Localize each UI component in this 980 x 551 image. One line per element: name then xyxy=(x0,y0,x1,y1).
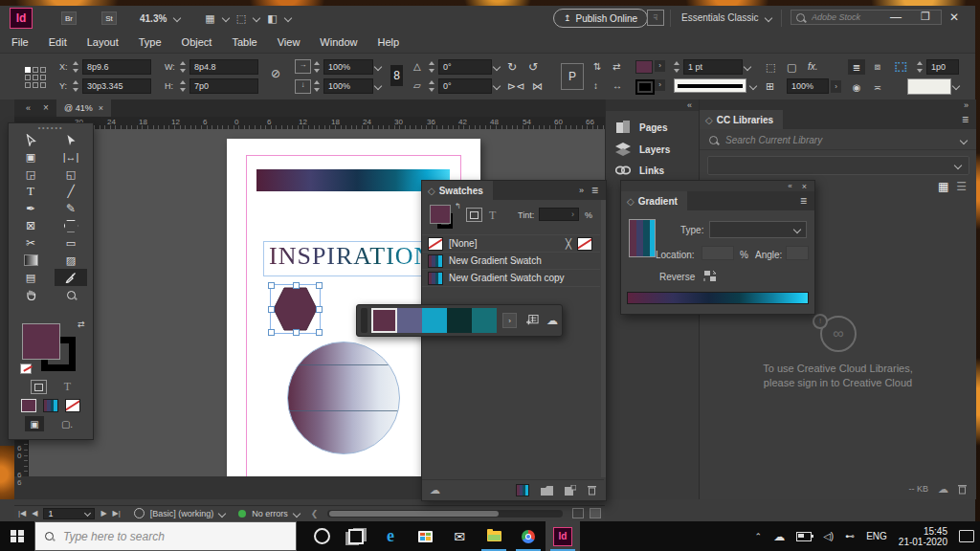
microsoft-store-icon[interactable] xyxy=(408,521,442,551)
action-center-icon[interactable] xyxy=(959,530,974,542)
theme-swatch[interactable] xyxy=(397,308,422,333)
onedrive-icon[interactable]: ☁ xyxy=(773,530,785,543)
tools-panel-grip[interactable]: •••••• xyxy=(9,123,93,131)
tab-cc-libraries[interactable]: ◇ CC Libraries xyxy=(700,110,783,129)
stroke-style-chevron-icon[interactable] xyxy=(749,82,757,90)
tab-gradient[interactable]: ◇ Gradient xyxy=(621,191,687,210)
stroke-style-dropdown[interactable] xyxy=(674,78,746,93)
usb-device-icon[interactable]: ⊷ xyxy=(845,531,855,541)
gradient-close-icon[interactable]: × xyxy=(802,182,807,191)
normal-view-button[interactable]: ▣ xyxy=(25,416,44,431)
sync-cloud-icon[interactable]: ☁ xyxy=(938,483,948,496)
preflight-chevron-icon[interactable] xyxy=(218,509,226,517)
w-field[interactable]: 8p4.8 xyxy=(189,59,258,75)
chrome-icon[interactable] xyxy=(511,521,546,551)
preflight-icon[interactable] xyxy=(134,508,145,518)
stroke-swatch-chevron-icon[interactable]: › xyxy=(655,79,665,91)
fill-proxy-swatch[interactable] xyxy=(430,205,451,224)
formatting-affects-container-button[interactable] xyxy=(31,380,47,394)
shear-stepper[interactable] xyxy=(429,80,436,92)
tools-close-icon[interactable]: × xyxy=(43,102,49,113)
hexagon-selection-box[interactable] xyxy=(270,284,321,334)
arrange-documents-icon[interactable]: ◧ xyxy=(267,12,277,25)
opacity-chevron-icon[interactable]: › xyxy=(831,80,841,93)
horizontal-ruler[interactable]: 30 24 18 12 6 0 6 12 18 24 30 36 42 48 5… xyxy=(14,117,605,130)
corner-options-icon[interactable]: ⬚ xyxy=(766,61,775,74)
reference-point-proxy-icon[interactable] xyxy=(25,67,46,88)
angle-field[interactable] xyxy=(786,246,809,260)
tray-expand-icon[interactable]: ⌃ xyxy=(755,532,763,541)
menu-window[interactable]: Window xyxy=(320,36,357,48)
note-tool[interactable]: ▤ xyxy=(14,269,47,286)
hexagon-object[interactable] xyxy=(272,286,319,332)
opacity-field[interactable]: 100% xyxy=(787,78,829,94)
content-placer-tool[interactable]: ◱ xyxy=(55,165,87,183)
swatch-views-icon[interactable] xyxy=(516,484,529,496)
theme-variations-chevron-icon[interactable]: › xyxy=(502,313,517,328)
edge-icon[interactable]: e xyxy=(373,521,408,551)
gradient-ramp[interactable] xyxy=(627,292,809,304)
formatting-affects-text-button[interactable]: T xyxy=(64,380,71,394)
formatting-affects-text-button[interactable]: T xyxy=(489,209,496,223)
title-text-frame[interactable]: INSPIRATION xyxy=(263,241,435,276)
adobe-stock-search-input[interactable] xyxy=(810,11,919,23)
w-stepper[interactable] xyxy=(180,61,188,73)
gradient-thumbnail[interactable] xyxy=(629,219,656,257)
direct-selection-tool[interactable] xyxy=(55,131,87,148)
dock-collapse-icon[interactable]: « xyxy=(687,100,692,110)
menu-file[interactable]: File xyxy=(11,36,29,48)
tools-collapse-icon[interactable]: « xyxy=(26,103,31,113)
effects-fx-icon[interactable]: fx. xyxy=(808,61,818,72)
cortana-icon[interactable] xyxy=(304,521,339,551)
task-view-icon[interactable] xyxy=(339,521,373,551)
clock[interactable]: 15:45 21-01-2020 xyxy=(899,526,947,547)
preflight-status-label[interactable]: No errors xyxy=(252,509,288,518)
arrange-documents-chevron-icon[interactable] xyxy=(283,14,291,22)
menu-type[interactable]: Type xyxy=(139,36,162,48)
maximize-button[interactable]: ❒ xyxy=(921,11,930,23)
constrain-dimensions-icon[interactable]: ⊘ xyxy=(271,67,280,80)
polygon-tool[interactable] xyxy=(55,217,87,234)
first-page-button[interactable]: |◀ xyxy=(18,509,26,518)
menu-help[interactable]: Help xyxy=(377,36,399,48)
scissors-tool[interactable]: ✂ xyxy=(14,234,47,252)
close-button[interactable]: ✕ xyxy=(949,11,959,24)
line-tool[interactable]: ╱ xyxy=(55,183,87,200)
scale-x-chevron-icon[interactable] xyxy=(374,63,382,71)
fill-swatch-chevron-icon[interactable]: › xyxy=(655,60,665,72)
apply-gradient-button[interactable] xyxy=(43,399,58,412)
start-button[interactable] xyxy=(0,521,34,551)
page-tool[interactable]: ▣ xyxy=(14,148,47,165)
scale-y-stepper[interactable] xyxy=(314,80,322,92)
preflight-profile-label[interactable]: [Basic] (working) xyxy=(150,509,214,518)
formatting-affects-container-button[interactable] xyxy=(466,208,482,222)
type-tool[interactable]: T xyxy=(14,183,47,200)
gradient-swatch-tool[interactable] xyxy=(14,252,47,269)
gradient-collapse-icon[interactable]: « xyxy=(788,182,791,190)
dock-item-links[interactable]: Links xyxy=(615,165,664,176)
object-style-chevron-icon[interactable] xyxy=(952,82,960,90)
rectangle-frame-tool[interactable]: ⊠ xyxy=(14,217,47,234)
scroll-left-icon[interactable]: ❮ xyxy=(311,509,319,518)
wrap-bounding-box-button[interactable]: ⧈ xyxy=(869,59,886,75)
publish-online-button[interactable]: ↥ Publish Online xyxy=(553,9,648,28)
taskbar-search[interactable] xyxy=(34,521,297,551)
reverse-gradient-icon[interactable] xyxy=(703,270,717,282)
cc-search-row[interactable] xyxy=(700,131,976,150)
prev-page-button[interactable]: ◀ xyxy=(32,509,37,518)
new-swatch-group-icon[interactable] xyxy=(541,486,553,496)
dock-item-layers[interactable]: Layers xyxy=(615,143,670,156)
gradient-type-dropdown[interactable] xyxy=(709,221,807,238)
swatches-menu-icon[interactable]: ≡ xyxy=(591,184,598,197)
workspace-chevron-icon[interactable] xyxy=(765,14,772,22)
swatch-row-gradient[interactable]: New Gradient Swatch xyxy=(422,253,600,270)
stroke-weight-stepper[interactable] xyxy=(674,61,681,73)
rotation-stepper[interactable] xyxy=(429,61,436,73)
rotation-field[interactable]: 0° xyxy=(438,59,492,75)
scale-x-stepper[interactable] xyxy=(314,61,322,73)
swatches-scrollbar[interactable] xyxy=(601,200,606,477)
object-style-dropdown[interactable] xyxy=(907,78,951,95)
cc-expand-icon[interactable]: » xyxy=(964,100,969,110)
cc-library-chevron-icon[interactable] xyxy=(954,162,962,169)
menu-object[interactable]: Object xyxy=(182,36,212,48)
